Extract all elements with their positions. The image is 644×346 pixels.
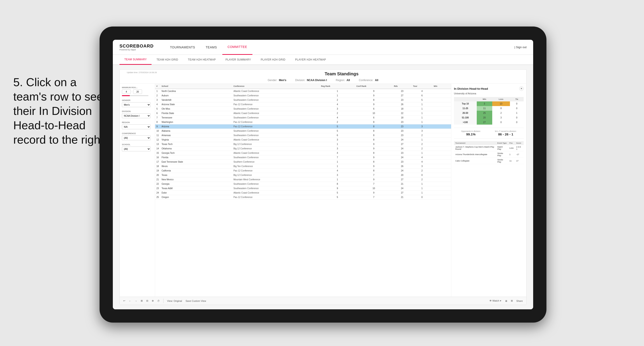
rounds-slider-track[interactable] xyxy=(122,95,148,96)
opponents-stat: Opponents in division: 99.1% xyxy=(461,130,481,136)
cell-tour: 1 xyxy=(412,120,432,124)
toolbar-watch[interactable]: 👁 Watch ▾ xyxy=(489,299,501,302)
toolbar-zoom-in[interactable]: ⊞ xyxy=(141,299,143,302)
table-row[interactable]: 25 Oregon Pac-12 Conference 5 7 21 0 xyxy=(155,195,451,199)
table-row[interactable]: 22 Georgia Southeastern Conference 8 7 2… xyxy=(155,182,451,186)
h2h-win: 11 xyxy=(477,106,492,111)
division-select[interactable]: NCAA Division I xyxy=(122,113,151,118)
toolbar-save-custom[interactable]: Save Custom View xyxy=(186,300,206,302)
cell-school: Georgia Tech xyxy=(160,151,232,155)
cell-rds: 23 xyxy=(393,89,412,93)
h2h-label: 26-50 xyxy=(454,111,477,115)
cell-num: 18 xyxy=(155,164,160,169)
table-row[interactable]: 17 East Tennessee State Southern Confere… xyxy=(155,160,451,164)
nav-tournaments[interactable]: TOURNAMENTS xyxy=(164,40,200,55)
toolbar-view-original[interactable]: View: Original xyxy=(167,300,182,302)
table-row[interactable]: 11 Arkansas Southeastern Conference 6 8 … xyxy=(155,133,451,138)
toolbar-forward[interactable]: → xyxy=(135,300,137,302)
min-rounds-inputs: - xyxy=(122,89,153,94)
table-row[interactable]: 18 Illinois Big Ten Conference 1 9 26 3 xyxy=(155,164,451,169)
nav-teams[interactable]: TEAMS xyxy=(200,40,222,55)
title-area: Team Standings xyxy=(160,70,523,78)
cell-rds: 24 xyxy=(393,186,412,191)
cell-num: 10 xyxy=(155,129,160,133)
toolbar-time[interactable]: ⏱ xyxy=(157,300,160,302)
h2h-label: Top 10 xyxy=(454,101,477,106)
cell-reg-rank: 8 xyxy=(320,182,355,186)
min-rounds-max-input[interactable] xyxy=(133,89,142,94)
sub-nav-player-summary[interactable]: PLAYER SUMMARY xyxy=(220,55,256,65)
cell-reg-rank: 1 xyxy=(320,89,355,93)
table-row[interactable]: 7 Tennessee Southeastern Conference 4 6 … xyxy=(155,116,451,120)
cell-tour: 5 xyxy=(412,98,432,102)
table-row[interactable]: 8 Washington Pac-12 Conference 2 8 23 1 xyxy=(155,120,451,124)
toolbar-share[interactable]: Share xyxy=(516,300,523,302)
region-select[interactable]: N/A xyxy=(122,124,151,129)
table-row[interactable]: 4 Arizona State Pac-12 Conference 4 9 26… xyxy=(155,102,451,107)
cell-conf: Pac-12 Conference xyxy=(232,102,320,107)
toolbar-undo[interactable]: ↩ xyxy=(123,299,125,302)
cell-tour: 2 xyxy=(412,133,432,138)
cell-school: Arkansas xyxy=(160,133,232,138)
sub-nav-team-summary[interactable]: TEAM SUMMARY xyxy=(120,55,152,65)
table-row[interactable]: 10 Alabama Southeastern Conference 5 8 2… xyxy=(155,129,451,133)
gender-group: Gender Men's xyxy=(122,99,153,107)
t-col-tournament: Tournament xyxy=(454,141,496,145)
table-row[interactable]: 2 Auburn Southeastern Conference 1 9 27 … xyxy=(155,93,451,98)
cell-school: Ole Miss xyxy=(160,107,232,111)
content-card: Update time: 27/03/2024 16:56:26 Team St… xyxy=(120,69,526,305)
cell-win xyxy=(432,142,451,147)
table-row[interactable]: 9 Arizona Pac-12 Conference 5 8 23 3 xyxy=(155,124,451,129)
table-row[interactable]: 12 Virginia Atlantic Coast Conference 3 … xyxy=(155,138,451,142)
sub-nav-team-h2h-grid[interactable]: TEAM H2H GRID xyxy=(152,55,183,65)
toolbar-back[interactable]: ← xyxy=(129,300,131,302)
conference-select[interactable]: (All) xyxy=(122,136,151,140)
cell-rds: 26 xyxy=(393,164,412,169)
table-area: # School Conference Reg Rank Conf Rank R… xyxy=(155,84,451,297)
bottom-toolbar: ↩ ← → ⊞ ⊟ ⊕ ⏱ View: Original Save Custom… xyxy=(120,297,526,305)
table-row[interactable]: 13 Texas Tech Big 12 Conference 1 9 27 2 xyxy=(155,142,451,147)
cell-rds: 24 xyxy=(393,138,412,142)
table-row[interactable]: 20 Texas Big 12 Conference 3 7 20 0 xyxy=(155,173,451,177)
sub-nav-player-h2h-heatmap[interactable]: PLAYER H2H HEATMAP xyxy=(290,55,331,65)
gender-select[interactable]: Men's xyxy=(122,102,151,107)
sub-nav-team-h2h-heatmap[interactable]: TEAM H2H HEATMAP xyxy=(183,55,220,65)
table-row[interactable]: 15 Georgia Tech Atlantic Coast Conferenc… xyxy=(155,151,451,155)
sub-nav-player-h2h-grid[interactable]: PLAYER H2H GRID xyxy=(256,55,290,65)
table-row[interactable]: 3 Vanderbilt Southeastern Conference 2 8… xyxy=(155,98,451,102)
toolbar-grid[interactable]: ⊞ xyxy=(511,299,513,302)
table-row[interactable]: 24 Duke Atlantic Coast Conference 5 9 27… xyxy=(155,191,451,195)
toolbar-add[interactable]: ⊕ xyxy=(152,299,154,302)
col-conference: Conference xyxy=(232,84,320,89)
logo-sub: Powered by clippd xyxy=(120,49,154,51)
close-panel-button[interactable]: ✕ xyxy=(519,86,524,91)
toolbar-sep1 xyxy=(163,299,164,303)
table-row[interactable]: 6 Florida State Atlantic Coast Conferenc… xyxy=(155,111,451,116)
table-row[interactable]: 21 New Mexico Mountain West Conference 1… xyxy=(155,177,451,182)
instruction-body: Click on a team's row to see their In Di… xyxy=(13,76,104,146)
sign-out-link[interactable]: | Sign out xyxy=(514,45,526,49)
h2h-tie: 0 xyxy=(510,115,524,120)
nav-committee[interactable]: COMMITTEE xyxy=(222,40,253,55)
cell-win xyxy=(432,191,451,195)
table-row[interactable]: 5 Ole Miss Southeastern Conference 3 6 1… xyxy=(155,107,451,111)
h2h-header-row: Win Loss Tie xyxy=(454,97,524,101)
min-rounds-input[interactable] xyxy=(122,89,131,94)
instruction-text: 5. Click on a team's row to see their In… xyxy=(13,75,106,147)
table-row[interactable]: 23 Texas A&M Southeastern Conference 9 1… xyxy=(155,186,451,191)
cell-tour: 3 xyxy=(412,124,432,129)
cell-school: East Tennessee State xyxy=(160,160,232,164)
table-row[interactable]: 1 North Carolina Atlantic Coast Conferen… xyxy=(155,89,451,93)
cell-num: 15 xyxy=(155,151,160,155)
table-row[interactable]: 16 Florida Southeastern Conference 7 9 2… xyxy=(155,155,451,160)
cell-reg-rank: 3 xyxy=(320,138,355,142)
toolbar-display[interactable]: 🖥 xyxy=(505,300,507,302)
cell-conf: Big 12 Conference xyxy=(232,142,320,147)
table-row[interactable]: 14 Oklahoma Big 12 Conference 3 9 24 2 xyxy=(155,147,451,151)
cell-reg-rank: 1 xyxy=(320,177,355,182)
main-nav: TOURNAMENTS TEAMS COMMITTEE xyxy=(164,40,514,55)
school-select[interactable]: (All) xyxy=(122,147,151,151)
cell-school: Arizona State xyxy=(160,102,232,107)
table-row[interactable]: 19 California Pac-12 Conference 4 8 24 2 xyxy=(155,169,451,173)
toolbar-zoom-out[interactable]: ⊟ xyxy=(146,299,148,302)
